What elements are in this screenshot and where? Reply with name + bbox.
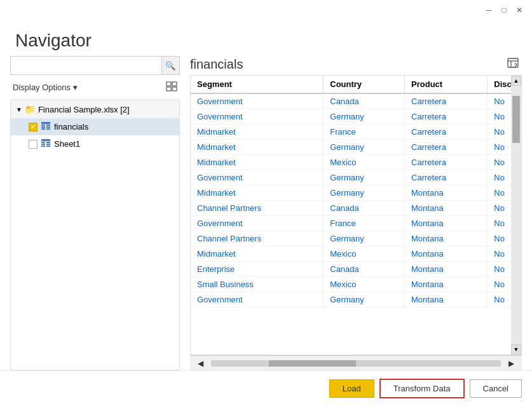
folder-icon: 📁	[25, 104, 36, 114]
footer: Load Transform Data Cancel	[0, 370, 532, 406]
maximize-button[interactable]: □	[496, 3, 512, 18]
table-cell: Carretera	[405, 170, 488, 186]
table-cell: Carretera	[405, 125, 488, 140]
navigator-title: Navigator	[0, 20, 532, 56]
vertical-scrollbar[interactable]: ▲ ▼	[511, 76, 521, 355]
table-cell: Germany	[324, 292, 405, 308]
folder-arrow-icon: ▼	[16, 106, 22, 113]
table-cell: Montana	[405, 201, 488, 216]
table-row: GovernmentGermanyCarreteraNo	[191, 109, 521, 125]
view-icon-button[interactable]	[163, 80, 180, 95]
transform-data-button[interactable]: Transform Data	[379, 379, 465, 398]
table-cell: Montana	[405, 186, 488, 201]
table-cell: Government	[191, 170, 324, 186]
svg-rect-17	[46, 145, 50, 147]
table-cell: Montana	[405, 262, 488, 277]
svg-rect-6	[46, 125, 50, 126]
table-row: Channel PartnersCanadaMontanaNo	[191, 201, 521, 216]
table-cell: Germany	[324, 170, 405, 186]
table-row: GovernmentGermanyMontanaNo	[191, 292, 521, 308]
table-cell: Germany	[324, 140, 405, 155]
col-header-product: Product	[405, 76, 488, 93]
svg-rect-8	[46, 126, 50, 128]
table-row: Channel PartnersGermanyMontanaNo	[191, 231, 521, 247]
right-panel-header: financials	[190, 56, 522, 72]
svg-rect-2	[167, 87, 171, 91]
display-options-button[interactable]: Display Options ▾	[10, 81, 80, 93]
table-cell: France	[324, 216, 405, 231]
table-wrapper[interactable]: Segment Country Product Discou… Governme…	[190, 75, 522, 355]
tree-item-sheet1[interactable]: Sheet1	[11, 135, 179, 152]
table-cell: Midmarket	[191, 140, 324, 155]
table-row: MidmarketMexicoMontanaNo	[191, 247, 521, 262]
table-cell: Mexico	[324, 247, 405, 262]
svg-rect-14	[41, 144, 45, 145]
folder-label: Financial Sample.xlsx [2]	[38, 105, 130, 114]
table-row: MidmarketGermanyMontanaNo	[191, 186, 521, 201]
horizontal-scroll-thumb	[269, 360, 356, 367]
table-cell: Carretera	[405, 140, 488, 155]
table-row: MidmarketGermanyCarreteraNo	[191, 140, 521, 155]
item-label-sheet1: Sheet1	[54, 139, 80, 149]
table-cell: Montana	[405, 231, 488, 247]
checkbox-financials[interactable]: ✓	[29, 123, 38, 132]
table-cell: Carretera	[405, 93, 488, 109]
search-box: 🔍	[10, 56, 180, 75]
search-input[interactable]	[11, 57, 161, 74]
scroll-thumb	[512, 96, 520, 142]
close-button[interactable]: ✕	[512, 3, 527, 18]
tree-folder-financial[interactable]: ▼ 📁 Financial Sample.xlsx [2]	[11, 100, 179, 118]
tree-item-financials[interactable]: ✓ financials	[11, 118, 179, 135]
panel-export-button[interactable]	[504, 56, 522, 72]
scroll-left-button[interactable]: ◀	[193, 358, 208, 369]
table-cell: Montana	[405, 216, 488, 231]
svg-rect-10	[46, 128, 50, 130]
table-cell: Montana	[405, 292, 488, 308]
table-cell: France	[324, 125, 405, 140]
checkbox-sheet1[interactable]	[29, 140, 38, 149]
left-panel: 🔍 Display Options ▾	[10, 56, 185, 370]
table-body: GovernmentCanadaCarreteraNoGovernmentGer…	[191, 93, 521, 308]
tree-container: ▼ 📁 Financial Sample.xlsx [2] ✓	[10, 100, 180, 370]
svg-rect-12	[41, 142, 45, 143]
svg-rect-11	[41, 139, 50, 141]
table-cell: Montana	[405, 247, 488, 262]
table-cell: Mexico	[324, 155, 405, 170]
right-panel: financials Segment	[185, 56, 522, 370]
scroll-track	[511, 86, 521, 344]
content-area: 🔍 Display Options ▾	[0, 56, 532, 370]
table-cell: Mexico	[324, 277, 405, 292]
table-row: MidmarketFranceCarreteraNo	[191, 125, 521, 140]
table-icon-sheet1	[41, 139, 50, 149]
title-bar: ─ □ ✕	[0, 0, 532, 20]
svg-rect-9	[41, 128, 45, 130]
table-cell: Midmarket	[191, 186, 324, 201]
minimize-button[interactable]: ─	[481, 3, 496, 18]
table-header: Segment Country Product Discou…	[191, 76, 521, 93]
col-header-country: Country	[324, 76, 405, 93]
col-header-segment: Segment	[191, 76, 324, 93]
checkmark-icon: ✓	[31, 123, 36, 130]
display-options-label: Display Options	[13, 83, 71, 92]
search-button[interactable]: 🔍	[161, 57, 179, 74]
data-table: Segment Country Product Discou… Governme…	[191, 76, 521, 308]
scroll-up-button[interactable]: ▲	[511, 76, 521, 86]
main-container: Navigator 🔍 Display Options ▾	[0, 20, 532, 406]
svg-rect-3	[172, 87, 177, 91]
horizontal-scroll-nav: ◀ ▶	[190, 355, 522, 370]
table-cell: Government	[191, 292, 324, 308]
table-cell: Midmarket	[191, 155, 324, 170]
svg-rect-16	[41, 145, 45, 147]
table-cell: Government	[191, 216, 324, 231]
table-cell: Government	[191, 109, 324, 125]
table-cell: Carretera	[405, 155, 488, 170]
horizontal-scroll-track[interactable]	[211, 360, 501, 367]
table-cell: Germany	[324, 186, 405, 201]
scroll-down-button[interactable]: ▼	[511, 344, 521, 355]
search-icon: 🔍	[165, 61, 176, 71]
display-options-row: Display Options ▾	[10, 80, 180, 95]
scroll-right-button[interactable]: ▶	[503, 358, 519, 369]
table-cell: Enterprise	[191, 262, 324, 277]
cancel-button[interactable]: Cancel	[470, 379, 522, 398]
load-button[interactable]: Load	[329, 379, 374, 398]
